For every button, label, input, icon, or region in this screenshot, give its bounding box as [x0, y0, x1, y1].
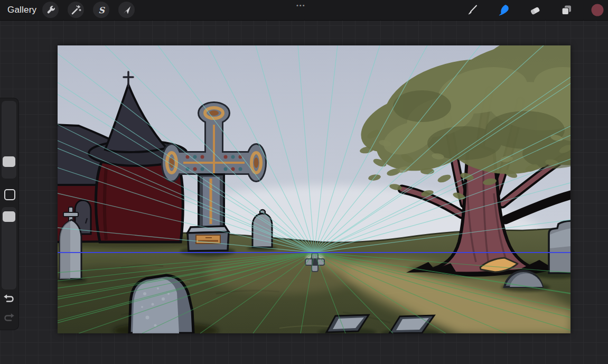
- smudge-finger-icon: [497, 3, 511, 17]
- magic-wand-icon: [70, 4, 82, 16]
- undo-icon: [3, 293, 15, 305]
- adjustments-button[interactable]: [68, 2, 84, 18]
- app-background: Gallery S •••: [0, 0, 608, 364]
- brush-opacity-handle[interactable]: [3, 211, 15, 222]
- undo-button[interactable]: [3, 293, 15, 305]
- actions-button[interactable]: [42, 2, 59, 18]
- color-swatch: [591, 3, 604, 17]
- brush-sidebar: [0, 98, 19, 330]
- redo-button[interactable]: [3, 312, 15, 324]
- modify-button[interactable]: [4, 189, 15, 200]
- color-button[interactable]: [589, 2, 605, 18]
- transform-button[interactable]: [118, 2, 135, 18]
- artwork: [58, 45, 570, 333]
- drawing-canvas[interactable]: [58, 45, 570, 333]
- paintbrush-icon: [466, 4, 479, 16]
- gallery-button[interactable]: Gallery: [7, 0, 36, 20]
- transform-arrow-icon: [121, 4, 133, 16]
- smudge-tool-button[interactable]: [495, 2, 512, 18]
- top-toolbar: Gallery S •••: [0, 0, 608, 21]
- redo-icon: [3, 312, 15, 324]
- eraser-icon: [529, 4, 541, 16]
- selection-s-icon: S: [96, 4, 107, 16]
- canvas-options-indicator[interactable]: •••: [296, 2, 306, 8]
- brush-size-handle[interactable]: [3, 156, 15, 167]
- wrench-icon: [45, 4, 57, 16]
- layers-icon: [560, 4, 573, 16]
- erase-tool-button[interactable]: [527, 2, 543, 18]
- layers-button[interactable]: [558, 2, 574, 18]
- selection-button[interactable]: S: [93, 2, 109, 18]
- paint-tool-button[interactable]: [464, 2, 480, 18]
- svg-text:S: S: [98, 5, 105, 15]
